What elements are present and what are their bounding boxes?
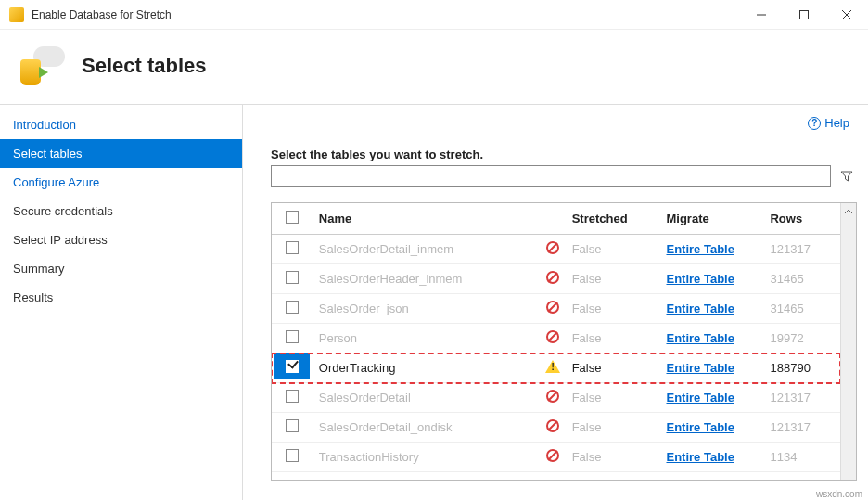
row-checkbox[interactable] (286, 301, 299, 314)
row-name: TransactionHistory (313, 443, 540, 472)
table-row[interactable]: OrderTrackingFalseEntire Table188790 (272, 353, 840, 383)
sidebar-item-5[interactable]: Summary (0, 254, 242, 283)
svg-rect-1 (800, 10, 809, 19)
minimize-button[interactable] (740, 0, 783, 29)
prohibit-icon (546, 301, 559, 314)
prohibit-icon (546, 330, 559, 343)
row-checkbox[interactable] (286, 271, 299, 284)
row-checkbox[interactable] (286, 419, 299, 432)
row-stretched: False (567, 443, 661, 472)
migrate-link[interactable]: Entire Table (666, 302, 734, 315)
app-icon (9, 7, 24, 22)
row-name: SalesOrderDetail (313, 383, 540, 413)
migrate-link[interactable]: Entire Table (666, 420, 734, 434)
table-row[interactable]: SalesOrderDetailFalseEntire Table121317 (272, 383, 840, 413)
tables-grid: Name Stretched Migrate Rows SalesOrderDe… (271, 202, 857, 481)
scroll-up-icon[interactable] (841, 203, 856, 219)
header-name[interactable]: Name (313, 203, 540, 235)
help-label: Help (824, 116, 849, 130)
header-migrate[interactable]: Migrate (660, 203, 764, 235)
sidebar-item-0[interactable]: Introduction (0, 110, 242, 139)
titlebar: Enable Database for Stretch (0, 0, 868, 30)
header: Select tables (0, 30, 868, 105)
row-stretched: False (567, 264, 661, 294)
prohibit-icon (546, 241, 559, 254)
row-rows: 19972 (764, 324, 840, 353)
watermark: wsxdn.com (816, 489, 862, 499)
row-name: SalesOrderHeader_inmem (313, 264, 540, 294)
search-input[interactable] (271, 165, 831, 187)
page-title: Select tables (82, 54, 207, 78)
header-rows[interactable]: Rows (764, 203, 840, 235)
window-title: Enable Database for Stretch (32, 8, 740, 21)
row-stretched: False (567, 324, 661, 353)
filter-button[interactable] (836, 166, 857, 186)
table-row[interactable]: SalesOrderDetail_inmemFalseEntire Table1… (272, 235, 840, 264)
close-button[interactable] (825, 0, 868, 29)
row-rows: 121317 (764, 235, 840, 264)
row-checkbox[interactable] (286, 330, 299, 343)
sidebar: IntroductionSelect tablesConfigure Azure… (0, 105, 243, 500)
warning-icon (545, 360, 560, 373)
migrate-link[interactable]: Entire Table (666, 242, 734, 256)
row-name: SalesOrderDetail_inmem (313, 235, 540, 264)
migrate-link[interactable]: Entire Table (666, 450, 734, 464)
maximize-button[interactable] (783, 0, 825, 29)
row-rows: 1134 (764, 443, 840, 472)
instruction-text: Select the tables you want to stretch. (271, 148, 857, 161)
row-rows: 31465 (764, 294, 840, 324)
migrate-link[interactable]: Entire Table (666, 361, 734, 375)
table-header-row: Name Stretched Migrate Rows (272, 203, 840, 235)
row-rows: 31465 (764, 264, 840, 294)
table-row[interactable]: PersonFalseEntire Table19972 (272, 324, 840, 353)
migrate-link[interactable]: Entire Table (666, 272, 734, 286)
row-name: SalesOrderDetail_ondisk (313, 413, 540, 443)
row-name: Person (313, 324, 540, 353)
help-link[interactable]: ? Help (808, 116, 849, 130)
row-stretched: False (567, 353, 661, 383)
row-stretched: False (567, 294, 661, 324)
row-name: SalesOrder_json (313, 294, 540, 324)
main-panel: ? Help Select the tables you want to str… (243, 105, 868, 500)
table-row[interactable]: SalesOrderDetail_ondiskFalseEntire Table… (272, 413, 840, 443)
row-rows: 188790 (764, 353, 840, 383)
prohibit-icon (546, 271, 559, 284)
filter-icon (840, 170, 853, 183)
sidebar-item-1[interactable]: Select tables (0, 139, 242, 168)
row-stretched: False (567, 413, 661, 443)
vertical-scrollbar[interactable] (840, 203, 856, 480)
header-stretched[interactable]: Stretched (567, 203, 661, 235)
prohibit-icon (546, 449, 559, 462)
migrate-link[interactable]: Entire Table (666, 331, 734, 345)
row-rows: 121317 (764, 383, 840, 413)
row-checkbox[interactable] (286, 360, 299, 373)
row-name: OrderTracking (313, 353, 540, 383)
row-stretched: False (567, 235, 661, 264)
sidebar-item-6[interactable]: Results (0, 283, 242, 312)
row-checkbox[interactable] (286, 241, 299, 254)
sidebar-item-2[interactable]: Configure Azure (0, 168, 242, 197)
window-buttons (740, 0, 868, 29)
prohibit-icon (546, 419, 559, 432)
table-row[interactable]: SalesOrder_jsonFalseEntire Table31465 (272, 294, 840, 324)
header-checkbox[interactable] (272, 203, 313, 235)
row-rows: 121317 (764, 413, 840, 443)
sidebar-item-4[interactable]: Select IP address (0, 225, 242, 254)
sidebar-item-3[interactable]: Secure credentials (0, 197, 242, 225)
row-checkbox[interactable] (286, 390, 299, 403)
stretch-db-icon (20, 46, 65, 85)
prohibit-icon (546, 390, 559, 403)
row-stretched: False (567, 383, 661, 413)
table-row[interactable]: SalesOrderHeader_inmemFalseEntire Table3… (272, 264, 840, 294)
row-checkbox[interactable] (286, 449, 299, 462)
table-row[interactable]: TransactionHistoryFalseEntire Table1134 (272, 443, 840, 472)
help-icon: ? (808, 117, 821, 130)
migrate-link[interactable]: Entire Table (666, 391, 734, 405)
